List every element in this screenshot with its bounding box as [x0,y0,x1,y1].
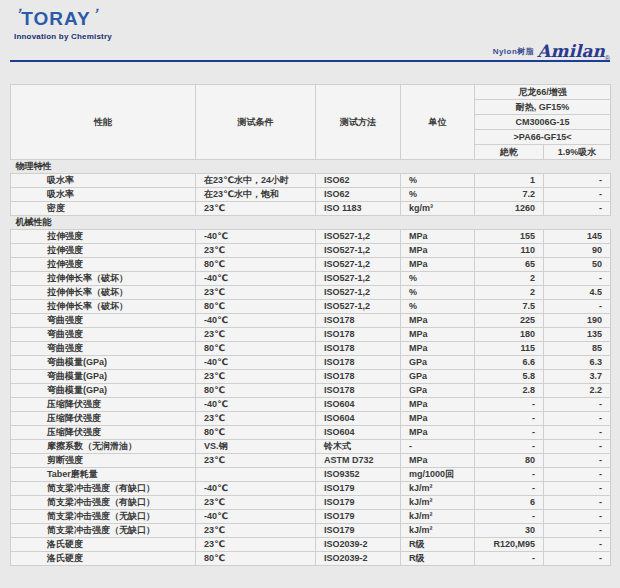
property-cell: Taber磨耗量 [11,468,196,482]
wet-cell: - [544,202,611,216]
property-cell: 简支梁冲击强度（有缺口） [11,482,196,496]
brand-block: Nylon树脂Amilan® [493,41,610,62]
table-row: 简支梁冲击强度（无缺口）-40℃ISO179kJ/m²-- [11,510,611,524]
dry-cell: 6 [475,496,544,510]
table-row: 拉伸强度-40℃ISO527-1,2MPa155145 [11,230,611,244]
method-cell: ISO527-1,2 [316,258,401,272]
condition-cell: 23℃ [196,496,316,510]
table-row: 摩擦系数（无润滑油）VS.钢铃木式--- [11,440,611,454]
unit-cell: kJ/m² [401,524,475,538]
unit-cell: MPa [401,342,475,356]
property-cell: 摩擦系数（无润滑油） [11,440,196,454]
unit-cell: GPa [401,384,475,398]
dry-cell: 2 [475,272,544,286]
wet-cell: - [544,440,611,454]
dry-cell: 155 [475,230,544,244]
property-cell: 简支梁冲击强度（无缺口） [11,524,196,538]
table-row: 弯曲强度23℃ISO178MPa180135 [11,328,611,342]
condition-cell: 80℃ [196,342,316,356]
condition-cell: -40℃ [196,272,316,286]
wet-cell: 190 [544,314,611,328]
dry-cell: - [475,482,544,496]
method-cell: ISO527-1,2 [316,244,401,258]
condition-cell: 23℃ [196,524,316,538]
unit-cell: MPa [401,412,475,426]
condition-cell: 23℃ [196,244,316,258]
method-cell: ISO178 [316,314,401,328]
property-cell: 弯曲模量(GPa) [11,384,196,398]
condition-header-wet: 1.9%吸水 [544,145,611,160]
dry-cell: 7.2 [475,188,544,202]
condition-cell [196,468,316,482]
wet-cell: 90 [544,244,611,258]
condition-cell: 23℃ [196,538,316,552]
method-cell: ISO179 [316,510,401,524]
wet-cell: - [544,454,611,468]
wet-cell: - [544,552,611,566]
wet-cell: - [544,426,611,440]
dry-cell: 110 [475,244,544,258]
toray-logo: ’TORAY’ [14,9,112,30]
dry-cell: 30 [475,524,544,538]
property-cell: 压缩降伏强度 [11,412,196,426]
dry-cell: 80 [475,454,544,468]
method-cell: ISO2039-2 [316,538,401,552]
method-cell: ISO527-1,2 [316,286,401,300]
wet-cell: 6.3 [544,356,611,370]
property-cell: 洛氏硬度 [11,552,196,566]
table-row: 拉伸伸长率（破坏）-40℃ISO527-1,2%2- [11,272,611,286]
unit-cell: MPa [401,398,475,412]
table-row: 压缩降伏强度80℃ISO604MPa-- [11,426,611,440]
condition-cell: -40℃ [196,356,316,370]
condition-cell: 80℃ [196,258,316,272]
property-cell: 弯曲模量(GPa) [11,356,196,370]
dry-cell: 2.8 [475,384,544,398]
unit-cell: % [401,188,475,202]
table-row: 弯曲强度-40℃ISO178MPa225190 [11,314,611,328]
property-cell: 拉伸伸长率（破坏） [11,286,196,300]
table-row: Taber磨耗量ISO9352mg/1000回-- [11,468,611,482]
product-line-label: Nylon树脂 [493,47,535,56]
unit-cell: kg/m³ [401,202,475,216]
method-cell: ISO604 [316,398,401,412]
section-header: 物理特性 [11,160,611,174]
unit-cell: MPa [401,426,475,440]
dry-cell: 180 [475,328,544,342]
method-cell: ISO179 [316,496,401,510]
unit-cell: R级 [401,552,475,566]
unit-cell: MPa [401,258,475,272]
section-row: 机械性能 [11,216,611,230]
condition-cell: 80℃ [196,552,316,566]
method-cell: ISO62 [316,188,401,202]
page-header: ’TORAY’ Innovation by Chemistry Nylon树脂A… [0,0,620,60]
unit-cell: % [401,174,475,188]
registered-mark: ® [605,55,610,62]
condition-cell: 23℃ [196,370,316,384]
condition-cell: -40℃ [196,398,316,412]
datasheet-page: ’TORAY’ Innovation by Chemistry Nylon树脂A… [0,0,620,588]
condition-cell: -40℃ [196,314,316,328]
col-header-method: 测试方法 [316,85,401,160]
table-row: 拉伸强度23℃ISO527-1,2MPa11090 [11,244,611,258]
condition-cell: -40℃ [196,510,316,524]
amilan-logo: Amilan [537,41,604,61]
dry-cell: 225 [475,314,544,328]
property-cell: 拉伸强度 [11,230,196,244]
property-cell: 压缩降伏强度 [11,398,196,412]
table-head: 性能 测试条件 测试方法 单位 尼龙66/增强 耐热, GF15% CM3006… [11,85,611,160]
table-row: 弯曲模量(GPa)23℃ISO178GPa5.83.7 [11,370,611,384]
table-row: 压缩降伏强度-40℃ISO604MPa-- [11,398,611,412]
dry-cell: 1 [475,174,544,188]
wet-cell: - [544,188,611,202]
condition-cell: 23℃ [196,286,316,300]
condition-cell: 23℃ [196,454,316,468]
table-row: 简支梁冲击强度（无缺口）23℃ISO179kJ/m²30- [11,524,611,538]
wet-cell: - [544,524,611,538]
method-cell: 铃木式 [316,440,401,454]
toray-logo-block: ’TORAY’ Innovation by Chemistry [14,9,112,41]
unit-cell: GPa [401,370,475,384]
wet-cell: - [544,496,611,510]
method-cell: ISO527-1,2 [316,300,401,314]
condition-cell: 80℃ [196,300,316,314]
condition-cell: 80℃ [196,426,316,440]
